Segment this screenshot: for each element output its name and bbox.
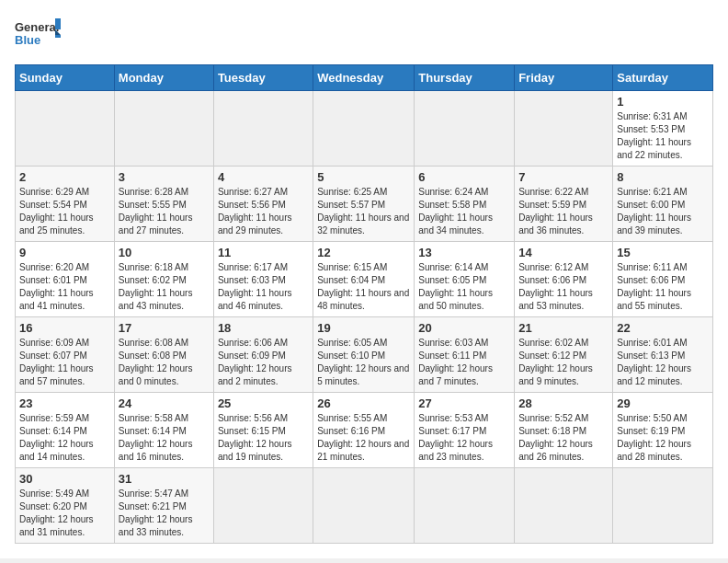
day-cell: 12Sunrise: 6:15 AM Sunset: 6:04 PM Dayli… — [313, 242, 415, 317]
day-number: 16 — [19, 321, 110, 335]
day-info: Sunrise: 6:27 AM Sunset: 5:56 PM Dayligh… — [218, 186, 309, 237]
day-number: 9 — [19, 246, 110, 259]
day-number: 24 — [119, 396, 210, 410]
logo-svg: General Blue — [15, 15, 61, 55]
day-cell: 5Sunrise: 6:25 AM Sunset: 5:57 PM Daylig… — [313, 167, 415, 242]
day-info: Sunrise: 6:01 AM Sunset: 6:13 PM Dayligh… — [617, 337, 709, 388]
day-number: 2 — [19, 170, 110, 184]
week-row-1: 2Sunrise: 6:29 AM Sunset: 5:54 PM Daylig… — [16, 167, 713, 242]
day-number: 1 — [617, 95, 709, 109]
day-number: 22 — [617, 321, 709, 335]
day-number: 25 — [218, 396, 309, 410]
svg-text:General: General — [15, 20, 59, 34]
day-cell: 28Sunrise: 5:52 AM Sunset: 6:18 PM Dayli… — [515, 393, 613, 468]
day-info: Sunrise: 6:25 AM Sunset: 5:57 PM Dayligh… — [317, 186, 410, 237]
day-cell — [213, 91, 313, 167]
day-info: Sunrise: 5:53 AM Sunset: 6:17 PM Dayligh… — [418, 412, 510, 464]
svg-text:Blue: Blue — [15, 33, 40, 47]
day-cell — [16, 91, 115, 167]
weekday-friday: Friday — [515, 65, 613, 91]
day-cell: 24Sunrise: 5:58 AM Sunset: 6:14 PM Dayli… — [114, 393, 213, 468]
day-info: Sunrise: 5:58 AM Sunset: 6:14 PM Dayligh… — [119, 412, 210, 464]
day-info: Sunrise: 5:55 AM Sunset: 6:16 PM Dayligh… — [317, 412, 410, 464]
svg-marker-2 — [55, 18, 61, 29]
day-cell: 22Sunrise: 6:01 AM Sunset: 6:13 PM Dayli… — [613, 317, 713, 393]
week-row-5: 30Sunrise: 5:49 AM Sunset: 6:20 PM Dayli… — [16, 468, 713, 544]
day-info: Sunrise: 6:05 AM Sunset: 6:10 PM Dayligh… — [317, 337, 410, 388]
week-row-2: 9Sunrise: 6:20 AM Sunset: 6:01 PM Daylig… — [16, 242, 713, 317]
day-cell: 31Sunrise: 5:47 AM Sunset: 6:21 PM Dayli… — [114, 468, 213, 544]
day-number: 10 — [119, 246, 210, 259]
header: General Blue — [15, 15, 713, 55]
day-cell: 8Sunrise: 6:21 AM Sunset: 6:00 PM Daylig… — [613, 167, 713, 242]
day-number: 23 — [19, 396, 110, 410]
day-number: 6 — [418, 170, 510, 184]
day-info: Sunrise: 6:06 AM Sunset: 6:09 PM Dayligh… — [218, 337, 309, 388]
day-cell — [613, 468, 713, 544]
day-info: Sunrise: 6:20 AM Sunset: 6:01 PM Dayligh… — [19, 261, 110, 313]
day-cell: 4Sunrise: 6:27 AM Sunset: 5:56 PM Daylig… — [213, 167, 313, 242]
day-cell: 6Sunrise: 6:24 AM Sunset: 5:58 PM Daylig… — [415, 167, 515, 242]
day-cell: 20Sunrise: 6:03 AM Sunset: 6:11 PM Dayli… — [415, 317, 515, 393]
day-cell: 1Sunrise: 6:31 AM Sunset: 5:53 PM Daylig… — [613, 91, 713, 167]
day-number: 5 — [317, 170, 410, 184]
day-info: Sunrise: 5:50 AM Sunset: 6:19 PM Dayligh… — [617, 412, 709, 464]
day-cell — [415, 468, 515, 544]
weekday-header-row: SundayMondayTuesdayWednesdayThursdayFrid… — [16, 65, 713, 91]
day-cell — [313, 468, 415, 544]
day-number: 18 — [218, 321, 309, 335]
day-cell: 29Sunrise: 5:50 AM Sunset: 6:19 PM Dayli… — [613, 393, 713, 468]
day-cell: 7Sunrise: 6:22 AM Sunset: 5:59 PM Daylig… — [515, 167, 613, 242]
day-info: Sunrise: 6:14 AM Sunset: 6:05 PM Dayligh… — [418, 261, 510, 313]
day-cell — [213, 468, 313, 544]
day-cell: 16Sunrise: 6:09 AM Sunset: 6:07 PM Dayli… — [16, 317, 115, 393]
day-number: 7 — [518, 170, 609, 184]
day-cell — [313, 91, 415, 167]
day-info: Sunrise: 6:15 AM Sunset: 6:04 PM Dayligh… — [317, 261, 410, 313]
calendar-page: General Blue SundayMondayTuesdayWednesda… — [0, 0, 728, 558]
week-row-4: 23Sunrise: 5:59 AM Sunset: 6:14 PM Dayli… — [16, 393, 713, 468]
day-number: 14 — [518, 246, 609, 259]
day-cell: 14Sunrise: 6:12 AM Sunset: 6:06 PM Dayli… — [515, 242, 613, 317]
day-cell: 19Sunrise: 6:05 AM Sunset: 6:10 PM Dayli… — [313, 317, 415, 393]
day-cell — [515, 91, 613, 167]
day-info: Sunrise: 6:29 AM Sunset: 5:54 PM Dayligh… — [19, 186, 110, 237]
day-info: Sunrise: 6:12 AM Sunset: 6:06 PM Dayligh… — [518, 261, 609, 313]
day-cell — [515, 468, 613, 544]
day-cell: 25Sunrise: 5:56 AM Sunset: 6:15 PM Dayli… — [213, 393, 313, 468]
day-cell: 17Sunrise: 6:08 AM Sunset: 6:08 PM Dayli… — [114, 317, 213, 393]
week-row-0: 1Sunrise: 6:31 AM Sunset: 5:53 PM Daylig… — [16, 91, 713, 167]
svg-rect-4 — [55, 35, 61, 38]
day-number: 4 — [218, 170, 309, 184]
day-cell: 2Sunrise: 6:29 AM Sunset: 5:54 PM Daylig… — [16, 167, 115, 242]
day-info: Sunrise: 5:56 AM Sunset: 6:15 PM Dayligh… — [218, 412, 309, 464]
day-cell — [114, 91, 213, 167]
day-info: Sunrise: 5:49 AM Sunset: 6:20 PM Dayligh… — [19, 488, 110, 539]
day-info: Sunrise: 6:17 AM Sunset: 6:03 PM Dayligh… — [218, 261, 309, 313]
weekday-saturday: Saturday — [613, 65, 713, 91]
day-cell: 30Sunrise: 5:49 AM Sunset: 6:20 PM Dayli… — [16, 468, 115, 544]
weekday-monday: Monday — [114, 65, 213, 91]
day-info: Sunrise: 6:11 AM Sunset: 6:06 PM Dayligh… — [617, 261, 709, 313]
day-cell: 23Sunrise: 5:59 AM Sunset: 6:14 PM Dayli… — [16, 393, 115, 468]
day-cell: 15Sunrise: 6:11 AM Sunset: 6:06 PM Dayli… — [613, 242, 713, 317]
day-number: 28 — [518, 396, 609, 410]
day-number: 19 — [317, 321, 410, 335]
day-number: 8 — [617, 170, 709, 184]
day-number: 3 — [119, 170, 210, 184]
day-cell: 26Sunrise: 5:55 AM Sunset: 6:16 PM Dayli… — [313, 393, 415, 468]
calendar-table: SundayMondayTuesdayWednesdayThursdayFrid… — [15, 64, 713, 544]
day-info: Sunrise: 6:09 AM Sunset: 6:07 PM Dayligh… — [19, 337, 110, 388]
day-info: Sunrise: 5:47 AM Sunset: 6:21 PM Dayligh… — [119, 488, 210, 539]
day-number: 20 — [418, 321, 510, 335]
day-cell: 18Sunrise: 6:06 AM Sunset: 6:09 PM Dayli… — [213, 317, 313, 393]
day-cell: 11Sunrise: 6:17 AM Sunset: 6:03 PM Dayli… — [213, 242, 313, 317]
weekday-wednesday: Wednesday — [313, 65, 415, 91]
day-cell: 13Sunrise: 6:14 AM Sunset: 6:05 PM Dayli… — [415, 242, 515, 317]
day-number: 13 — [418, 246, 510, 259]
day-number: 29 — [617, 396, 709, 410]
day-info: Sunrise: 6:24 AM Sunset: 5:58 PM Dayligh… — [418, 186, 510, 237]
day-info: Sunrise: 6:22 AM Sunset: 5:59 PM Dayligh… — [518, 186, 609, 237]
day-number: 31 — [119, 472, 210, 486]
weekday-sunday: Sunday — [16, 65, 115, 91]
